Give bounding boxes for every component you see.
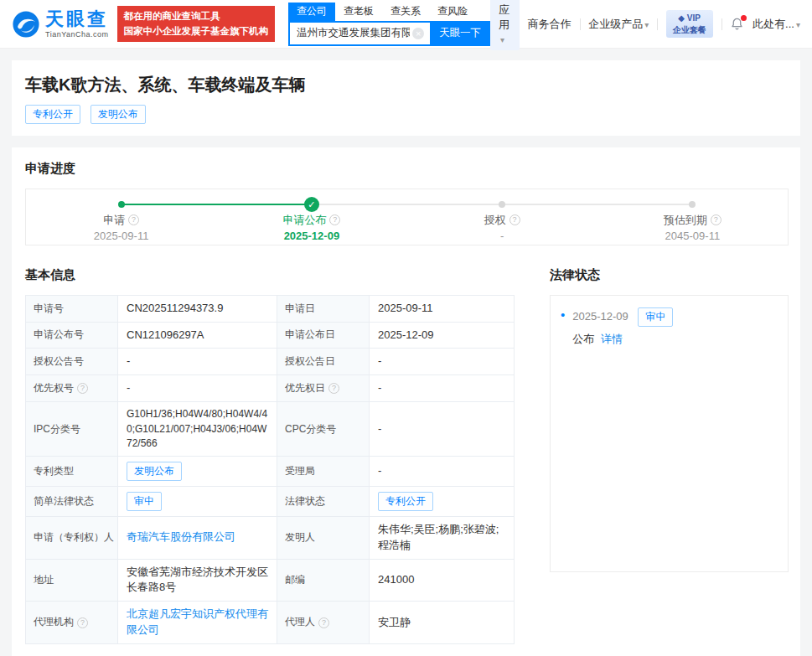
vip-package-label: 企业套餐 xyxy=(673,24,706,36)
grant-number: - xyxy=(118,349,277,374)
basic-info-table: 申请号 CN202511294373.9 申请日 2025-09-11 申请公布… xyxy=(25,295,515,644)
applicant-link[interactable]: 奇瑞汽车股份有限公司 xyxy=(127,529,235,545)
row-label: 发明人 xyxy=(277,517,370,559)
ipc-classification: G10H1/36;H04W4/80;H04W4/40;G10L21/007;H0… xyxy=(118,402,277,456)
row-label: 受理局 xyxy=(277,457,370,486)
row-label: CPC分类号 xyxy=(277,402,370,456)
row-label: 授权公告号 xyxy=(26,349,118,374)
application-date: 2025-09-11 xyxy=(370,296,514,322)
search-tab-company[interactable]: 查公司 xyxy=(288,3,335,21)
section-heading-basic-info: 基本信息 xyxy=(25,267,515,283)
nav-apps[interactable]: 应用▾ xyxy=(490,0,520,50)
receiving-office: - xyxy=(370,457,514,486)
step-label: 预估到期 xyxy=(664,213,707,228)
chevron-down-icon: ▾ xyxy=(796,20,800,29)
row-label: 申请日 xyxy=(277,296,370,322)
search-input[interactable] xyxy=(288,21,430,46)
legal-status-detail-link[interactable]: 详情 xyxy=(601,333,623,345)
chevron-down-icon: ▾ xyxy=(500,35,504,44)
row-label-text: 优先权号 xyxy=(34,381,74,395)
step-date: - xyxy=(407,230,597,242)
publication-number: CN121096297A xyxy=(118,323,277,349)
logo-cn: 天眼查 xyxy=(45,10,109,28)
promo-banner: 都在用的商业查询工具 国家中小企业发展子基金旗下机构 xyxy=(117,6,276,43)
help-icon[interactable]: ? xyxy=(329,214,340,225)
vip-package-badge[interactable]: ◆ VIP 企业套餐 xyxy=(666,10,713,38)
timeline-dot-done xyxy=(118,201,125,208)
tianyancha-logo-icon xyxy=(12,10,40,39)
timeline-step-apply: 申请 ? 2025-09-11 xyxy=(26,189,216,245)
timeline-step-publication: ✓ 申请公布 ? 2025-12-09 xyxy=(216,189,406,245)
user-menu[interactable]: 此处有...▾ xyxy=(753,17,800,32)
help-icon[interactable]: ? xyxy=(128,214,139,225)
search-tab-boss[interactable]: 查老板 xyxy=(335,3,382,21)
row-label: 申请号 xyxy=(26,296,118,322)
table-row: 申请（专利权）人 奇瑞汽车股份有限公司 发明人 朱伟华;吴臣;杨鹏;张碧波;程浩… xyxy=(26,517,514,560)
tianyancha-logo[interactable]: 天眼查 TianYanCha.com xyxy=(12,10,109,39)
legal-status-action: 公布 xyxy=(572,333,594,345)
row-label: 法律状态 xyxy=(277,487,370,516)
patent-type: 发明公布 xyxy=(118,457,277,486)
row-label-text: 优先权日 xyxy=(285,381,325,395)
row-label: 专利类型 xyxy=(26,457,118,486)
agency-link[interactable]: 北京超凡宏宇知识产权代理有限公司 xyxy=(127,607,268,638)
promo-banner-line1: 都在用的商业查询工具 xyxy=(124,9,269,24)
table-row: 授权公告号 - 授权公告日 - xyxy=(26,349,514,375)
basic-info-section: 基本信息 申请号 CN202511294373.9 申请日 2025-09-11… xyxy=(25,267,515,644)
help-icon[interactable]: ? xyxy=(509,214,520,225)
cpc-classification: - xyxy=(370,402,514,456)
table-row: 申请号 CN202511294373.9 申请日 2025-09-11 xyxy=(26,296,514,323)
agent-name: 安卫静 xyxy=(370,602,514,643)
help-icon[interactable]: ? xyxy=(77,617,88,628)
clear-icon[interactable]: × xyxy=(412,28,424,39)
help-icon[interactable]: ? xyxy=(328,383,339,394)
user-menu-label: 此处有... xyxy=(753,18,794,30)
grant-date: - xyxy=(370,349,514,374)
search-module: 查公司 查老板 查关系 查风险 × 天眼一下 xyxy=(288,3,490,46)
nav-enterprise-products[interactable]: 企业级产品▾ xyxy=(588,17,649,32)
row-label: IPC分类号 xyxy=(26,402,118,456)
patent-title-card: 车载K歌方法、系统、车载终端及车辆 专利公开 发明公布 xyxy=(12,60,800,136)
step-label: 申请 xyxy=(103,213,125,228)
row-label: 授权公告日 xyxy=(277,349,370,374)
section-heading-progress: 申请进度 xyxy=(25,161,789,177)
application-number: CN202511294373.9 xyxy=(118,296,277,322)
tag-patent-public: 专利公开 xyxy=(25,105,80,124)
nav-enterprise-label: 企业级产品 xyxy=(588,18,643,30)
notification-dot xyxy=(741,15,747,21)
row-label: 代理人? xyxy=(277,602,370,643)
top-header: 天眼查 TianYanCha.com 都在用的商业查询工具 国家中小企业发展子基… xyxy=(0,0,812,49)
search-tab-risk[interactable]: 查风险 xyxy=(429,3,476,21)
legal-status-cell: 专利公开 xyxy=(370,487,514,516)
row-label: 邮编 xyxy=(277,560,370,602)
legal-status-item: • 2025-12-09 审中 公布 详情 xyxy=(561,307,778,347)
search-tabs: 查公司 查老板 查关系 查风险 xyxy=(288,3,490,21)
timeline-dot-pending xyxy=(689,201,696,208)
priority-number: - xyxy=(118,375,277,401)
row-label: 代理机构? xyxy=(26,602,118,643)
help-icon[interactable]: ? xyxy=(711,214,721,225)
search-tab-relation[interactable]: 查关系 xyxy=(382,3,429,21)
chevron-down-icon: ▾ xyxy=(644,20,649,29)
row-label: 简单法律状态 xyxy=(26,487,118,516)
nav-business-cooperation[interactable]: 商务合作 xyxy=(528,17,572,32)
timeline-dot-pending xyxy=(499,201,505,208)
address: 安徽省芜湖市经济技术开发区长春路8号 xyxy=(118,560,277,602)
logo-text: 天眼查 TianYanCha.com xyxy=(45,10,109,39)
legal-status-date: 2025-12-09 xyxy=(572,310,628,323)
help-icon[interactable]: ? xyxy=(318,617,329,628)
timeline-check-icon: ✓ xyxy=(304,197,319,212)
search-button[interactable]: 天眼一下 xyxy=(430,21,490,46)
patent-detail-card: 申请进度 申请 ? 2025-09-11 ✓ 申请公布 ? 2025-12-09… xyxy=(12,147,800,656)
table-row: 地址 安徽省芜湖市经济技术开发区长春路8号 邮编 241000 xyxy=(26,560,514,602)
row-label: 地址 xyxy=(26,560,118,602)
row-label: 申请（专利权）人 xyxy=(26,517,118,559)
row-label: 申请公布日 xyxy=(277,323,370,349)
help-icon[interactable]: ? xyxy=(77,383,88,394)
vip-label: VIP xyxy=(687,13,701,23)
notification-bell[interactable] xyxy=(730,17,744,31)
table-row: 代理机构? 北京超凡宏宇知识产权代理有限公司 代理人? 安卫静 xyxy=(26,602,514,644)
timeline-step-grant: 授权 ? - xyxy=(407,189,597,245)
agency-cell: 北京超凡宏宇知识产权代理有限公司 xyxy=(118,602,277,643)
application-timeline: 申请 ? 2025-09-11 ✓ 申请公布 ? 2025-12-09 授权 ?… xyxy=(25,189,789,245)
